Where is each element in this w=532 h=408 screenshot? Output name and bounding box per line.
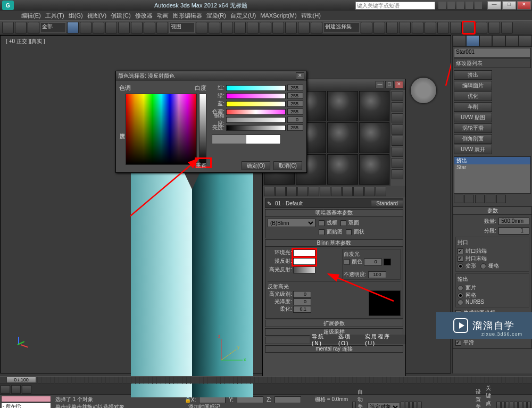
rollout-mentalray[interactable]: mental ray 连接 [265,345,403,353]
timetag-button[interactable]: 添加时间标记 [188,403,220,408]
mate-menu-opt[interactable]: 选项(O) [338,333,360,346]
keytarget-select[interactable]: 选定对象 [367,403,400,409]
viewport-label[interactable]: [ +0 正交 ][真实 ] [6,38,45,45]
refcoord-select[interactable]: 视图 [169,22,195,33]
mate-side-button[interactable] [392,113,403,123]
reset-button[interactable]: 重置 [196,162,206,169]
opacity-spin[interactable]: 100 [368,271,386,278]
menu-rendering[interactable]: 渲染(R) [206,12,226,20]
wire-check[interactable] [319,220,325,226]
play-start-button[interactable] [401,402,404,409]
toolbar-button[interactable] [311,22,322,34]
mate-min-button[interactable]: — [376,81,384,88]
facemap-check[interactable] [319,229,325,235]
keymode-button[interactable] [352,402,356,409]
link-button[interactable] [28,22,39,34]
rollout-extended[interactable]: 扩展参数 [265,320,403,327]
nav-button[interactable] [514,402,518,409]
toolbar-button[interactable] [80,22,92,34]
nav-button[interactable] [501,402,505,409]
mod-btn-editpatch[interactable]: 编辑面片 [454,81,492,90]
toolbar-button[interactable] [298,22,310,34]
patch-radio[interactable] [458,285,463,291]
menu-help[interactable]: 帮助(H) [301,12,321,20]
rollout-shader[interactable]: 明暗器基本参数 [265,209,403,217]
morph-radio[interactable] [458,263,463,269]
titlebar-icon[interactable] [447,2,455,9]
twoside-check[interactable] [340,220,346,226]
mate-tool-button[interactable] [309,187,319,196]
mate-tool-button[interactable] [353,187,364,196]
setkey-button[interactable]: 设置关键点 [476,388,483,409]
mate-side-button[interactable] [392,102,403,112]
mate-side-button[interactable] [392,158,403,168]
hue-spin[interactable]: 255 [287,109,303,115]
scale-button[interactable] [156,22,168,34]
time-thumb[interactable]: 0 / 100 [6,377,36,383]
mod-btn-unwrap[interactable]: UVW 展开 [454,145,492,154]
z-input[interactable] [275,396,301,403]
move-button[interactable] [131,22,143,34]
mod-btn-bevel[interactable]: 倒角剖面 [454,134,492,144]
toolbar-button[interactable] [285,22,297,34]
menu-customize[interactable]: 自定义(U) [230,12,256,20]
help-search-input[interactable] [355,2,435,10]
create-tab[interactable] [453,35,466,47]
align-button[interactable] [373,22,385,34]
render-frame-button[interactable] [488,22,500,34]
render-button[interactable] [501,22,513,34]
menu-maxscript[interactable]: MAXScript(M) [260,12,296,19]
mate-tool-button[interactable] [364,187,375,196]
autokey-button[interactable]: 自动关键点 [358,388,365,409]
close-button[interactable]: ✕ [517,1,531,10]
faceted-check[interactable] [346,229,352,235]
ambient-swatch[interactable] [293,249,315,256]
toolbar-button[interactable] [221,22,233,34]
stack-tool[interactable] [475,195,485,203]
material-slot[interactable] [327,154,358,185]
stack-item-extrude[interactable]: 挤出 [454,157,530,164]
sat-spin[interactable]: 0 [287,116,303,123]
menu-views[interactable]: 视图(V) [87,12,107,20]
toolbar-button[interactable] [437,22,449,34]
material-slot[interactable] [359,91,390,121]
stack-item-star[interactable]: Star [454,164,530,172]
stack-tool[interactable] [464,195,474,203]
maximize-button[interactable]: □ [502,1,516,10]
titlebar-icon[interactable] [438,2,446,9]
amount-spin[interactable]: 500.0mm [498,218,529,225]
track-button[interactable] [1,385,10,394]
time-slider[interactable]: 0 / 100 [0,376,532,384]
mate-close-button[interactable]: ✕ [395,81,403,88]
mate-tool-button[interactable] [286,187,297,196]
hue-slider[interactable] [226,109,286,115]
utilities-tab[interactable] [519,35,532,47]
green-spin[interactable]: 255 [287,93,303,99]
motion-tab[interactable] [492,35,505,47]
menu-edit[interactable]: 编辑(E) [21,12,41,20]
val-spin[interactable]: 255 [287,124,303,131]
snap-button[interactable] [234,22,246,34]
speclevel-spin[interactable]: 0 [293,291,311,298]
modifier-list-dropdown[interactable]: 修改器列表 [454,59,531,68]
diffuse-swatch[interactable] [293,258,315,265]
material-slot[interactable] [359,154,390,185]
rotate-button[interactable] [144,22,155,34]
trackbar[interactable] [0,384,532,394]
schematic-button[interactable] [412,22,423,34]
menu-group[interactable]: 组(G) [69,12,83,20]
value-strip[interactable] [199,94,206,165]
titlebar-icon[interactable] [466,2,473,9]
display-tab[interactable] [505,35,519,47]
keyfilter-button[interactable]: 关键点过滤器 [486,385,495,409]
mate-side-button[interactable] [392,124,403,135]
mate-side-button[interactable] [392,91,403,101]
menu-animation[interactable]: 动画 [157,12,169,20]
render-setup-button[interactable] [476,22,487,34]
mate-side-button[interactable] [392,136,403,146]
segments-spin[interactable]: 1 [498,227,529,235]
layers-button[interactable] [386,22,398,34]
minimize-button[interactable]: — [487,1,501,10]
redo-button[interactable] [15,22,27,34]
menu-tools[interactable]: 工具(T) [45,12,64,20]
